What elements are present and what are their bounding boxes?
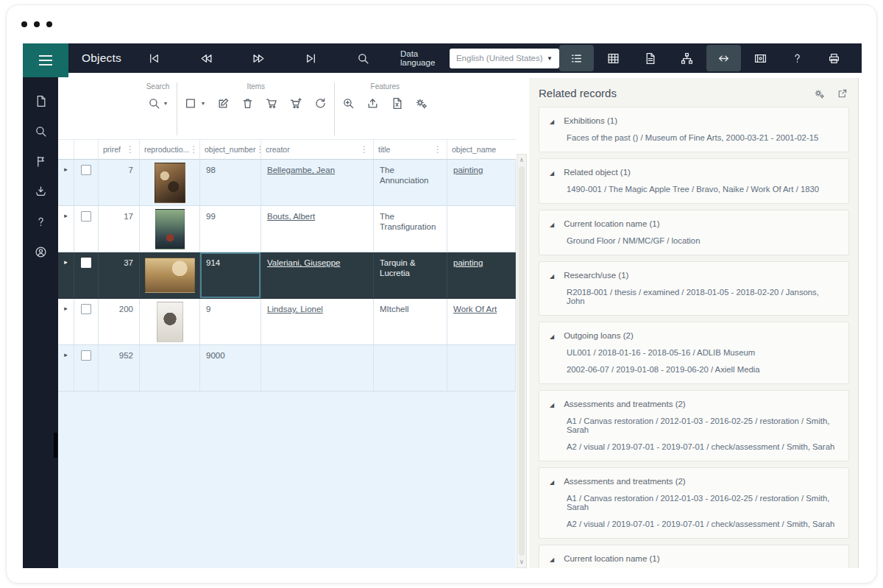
zoom-button[interactable]: [342, 97, 355, 110]
related-section-header[interactable]: ◢ Related object (1): [550, 168, 838, 177]
creator-link[interactable]: Bouts, Albert: [267, 212, 315, 221]
history-button[interactable]: [314, 97, 327, 110]
row-checkbox[interactable]: [81, 304, 91, 314]
related-record-line[interactable]: R2018-001 / thesis / examined / 2018-01-…: [567, 288, 838, 305]
related-section-header[interactable]: ◢ Research/use (1): [550, 271, 838, 280]
record-view-button[interactable]: [633, 45, 667, 71]
table-row[interactable]: ▸ 952 9000: [58, 345, 516, 392]
row-expand-icon[interactable]: ▸: [64, 166, 68, 174]
column-header-title[interactable]: title ⋮: [374, 140, 447, 159]
column-menu-icon[interactable]: ⋮: [360, 144, 369, 155]
scrollbar-down-button[interactable]: ∨: [519, 559, 524, 565]
collapse-icon[interactable]: ◢: [550, 479, 554, 486]
hierarchy-view-button[interactable]: [670, 45, 704, 71]
data-language-select[interactable]: English (United States) ▼: [450, 49, 559, 68]
collapse-icon[interactable]: ◢: [550, 170, 554, 177]
print-button[interactable]: [817, 45, 851, 71]
related-record-line[interactable]: Faces of the past () / Museum of Fine Ar…: [567, 133, 838, 142]
grid-left-scrollbar-thumb[interactable]: [54, 433, 57, 458]
row-expand-icon[interactable]: ▸: [64, 305, 68, 313]
sidebar-document-button[interactable]: [35, 95, 47, 110]
creator-link[interactable]: Lindsay, Lionel: [267, 305, 323, 314]
sidebar-help-button[interactable]: [35, 216, 47, 230]
select-records-dropdown-button[interactable]: ▼: [185, 97, 205, 110]
row-checkbox[interactable]: [81, 165, 91, 175]
settings-button[interactable]: [415, 97, 428, 110]
search-dropdown-button[interactable]: ▼: [148, 97, 169, 110]
edit-button[interactable]: [217, 97, 230, 110]
table-view-button[interactable]: [596, 45, 631, 71]
object-name-link[interactable]: painting: [453, 166, 483, 174]
related-section-header[interactable]: ◢ Assessments and treatments (2): [550, 477, 838, 486]
row-checkbox[interactable]: [81, 350, 91, 361]
last-record-button[interactable]: [303, 51, 319, 66]
collapse-icon[interactable]: ◢: [550, 118, 554, 125]
collapse-icon[interactable]: ◢: [550, 273, 554, 280]
related-section-header[interactable]: ◢ Assessments and treatments (2): [550, 400, 838, 408]
related-record-line[interactable]: Ground Floor / NM/MC/GF / location: [567, 236, 838, 245]
column-menu-icon[interactable]: ⋮: [189, 144, 198, 155]
window-dot[interactable]: [21, 21, 27, 27]
collapse-icon[interactable]: ◢: [550, 333, 554, 340]
related-section-header[interactable]: ◢ Current location name (1): [550, 554, 838, 563]
object-name-link[interactable]: Work Of Art: [453, 305, 497, 314]
window-dot[interactable]: [34, 21, 40, 27]
related-section-header[interactable]: ◢ Exhibitions (1): [550, 116, 838, 125]
split-view-button[interactable]: [706, 45, 741, 71]
row-checkbox[interactable]: [81, 258, 91, 268]
next-record-button[interactable]: [251, 51, 266, 66]
related-section-header[interactable]: ◢ Current location name (1): [550, 219, 838, 228]
menu-button[interactable]: [23, 43, 68, 77]
related-record-line[interactable]: UL001 / 2018-01-16 - 2018-05-16 / ADLIB …: [567, 348, 838, 357]
related-record-line[interactable]: A1 / Canvas restoration / 2012-01-03 - 2…: [567, 494, 838, 511]
scrollbar-thumb[interactable]: [519, 166, 525, 556]
row-checkbox[interactable]: [81, 211, 91, 222]
sidebar-flag-button[interactable]: [35, 155, 47, 170]
sidebar-import-button[interactable]: [35, 185, 47, 200]
record-thumbnail[interactable]: [145, 258, 195, 293]
collapse-icon[interactable]: ◢: [550, 556, 554, 563]
first-record-button[interactable]: [146, 51, 162, 66]
row-expand-icon[interactable]: ▸: [64, 351, 68, 359]
object-name-link[interactable]: painting: [453, 258, 483, 267]
related-record-line[interactable]: A2 / visual / 2019-07-01 - 2019-07-01 / …: [567, 442, 838, 451]
related-section-header[interactable]: ◢ Outgoing loans (2): [550, 331, 838, 340]
table-row[interactable]: ▸ 7 98 Bellegambe, Jean The Annunciation…: [58, 160, 516, 206]
creator-link[interactable]: Valeriani, Giuseppe: [267, 258, 341, 267]
delete-button[interactable]: [241, 97, 254, 110]
record-thumbnail[interactable]: [155, 209, 185, 249]
collapse-icon[interactable]: ◢: [550, 222, 554, 228]
related-record-line[interactable]: A2 / visual / 2019-07-01 - 2019-07-01 / …: [567, 520, 838, 528]
export-excel-button[interactable]: [391, 97, 403, 110]
scrollbar-up-button[interactable]: ∧: [519, 157, 524, 163]
previous-record-button[interactable]: [199, 51, 214, 66]
related-open-button[interactable]: [835, 87, 849, 101]
sidebar-account-button[interactable]: [35, 246, 47, 261]
column-header-reproduction[interactable]: reproductio... ⋮: [140, 140, 200, 159]
related-settings-button[interactable]: [812, 87, 826, 101]
record-thumbnail[interactable]: [157, 302, 183, 342]
help-button[interactable]: [780, 45, 815, 71]
basket-button[interactable]: [266, 97, 278, 110]
collapse-icon[interactable]: ◢: [550, 402, 554, 408]
column-menu-icon[interactable]: ⋮: [433, 144, 442, 155]
related-record-line[interactable]: 1490-001 / The Magic Apple Tree / Bravo,…: [567, 185, 838, 194]
table-row[interactable]: ▸ 200 9 Lindsay, Lionel MItchell Work Of…: [58, 299, 516, 345]
column-header-object-name[interactable]: object_name: [447, 140, 516, 159]
table-row[interactable]: ▸ 37 914 Valeriani, Giuseppe Tarquin & L…: [58, 252, 516, 299]
search-button[interactable]: [355, 51, 371, 66]
add-to-basket-button[interactable]: [290, 97, 302, 110]
row-expand-icon[interactable]: ▸: [64, 258, 68, 266]
media-view-button[interactable]: [743, 45, 778, 71]
column-header-creator[interactable]: creator ⋮: [261, 140, 374, 159]
row-expand-icon[interactable]: ▸: [64, 212, 68, 220]
column-header-priref[interactable]: priref ⋮: [99, 140, 140, 159]
column-menu-icon[interactable]: ⋮: [126, 144, 135, 155]
record-thumbnail[interactable]: [155, 163, 185, 203]
creator-link[interactable]: Bellegambe, Jean: [267, 166, 335, 174]
sidebar-search-button[interactable]: [35, 125, 47, 140]
related-record-line[interactable]: 2002-06-07 / 2019-01-08 - 2019-06-20 / A…: [567, 365, 838, 374]
table-row[interactable]: ▸ 17 99 Bouts, Albert The Transfiguratio…: [58, 206, 516, 252]
list-view-button[interactable]: [559, 45, 594, 71]
window-dot[interactable]: [46, 21, 52, 27]
